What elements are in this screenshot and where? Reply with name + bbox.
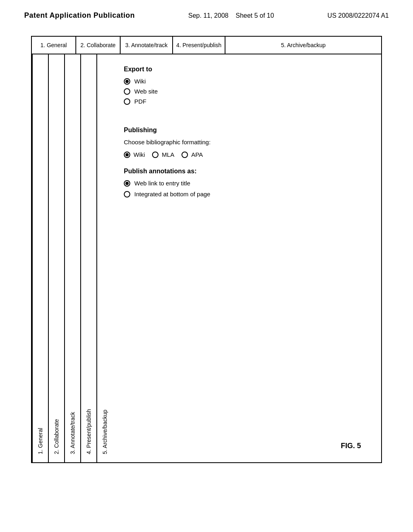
publish-integrated-item[interactable]: Integrated at bottom of page (124, 191, 370, 197)
format-wiki-radio[interactable] (124, 152, 130, 158)
publish-web-link-label: Web link to entry title (134, 180, 190, 187)
tab-archive[interactable]: 5. Archive/backup (225, 37, 381, 54)
export-pdf-radio[interactable] (124, 98, 130, 105)
export-title: Export to (124, 66, 370, 73)
tab-general[interactable]: 1. General (32, 37, 76, 54)
tab-collaborate[interactable]: 2. Collaborate (76, 37, 121, 54)
format-wiki-label: Wiki (133, 151, 145, 158)
figure-label: FIG. 5 (341, 442, 361, 450)
publish-annotation-options: Web link to entry title Integrated at bo… (124, 180, 370, 197)
publishing-subtitle: Choose bibliographic formatting: (124, 139, 370, 145)
format-apa-label: APA (191, 151, 203, 158)
format-apa-item[interactable]: APA (181, 151, 203, 158)
side-tab-annotate[interactable]: 3. Annotate/track (64, 54, 80, 462)
format-mla-label: MLA (162, 151, 174, 158)
publish-web-link-radio[interactable] (124, 180, 130, 187)
top-tabs-row: 1. General 2. Collaborate 3. Annotate/tr… (32, 37, 381, 54)
export-pdf-item[interactable]: PDF (124, 98, 370, 105)
main-content: 1. General 2. Collaborate 3. Annotate/tr… (0, 28, 413, 471)
tab-annotate[interactable]: 3. Annotate/track (121, 37, 173, 54)
side-tab-archive[interactable]: 5. Archive/backup (96, 54, 113, 462)
publish-integrated-radio[interactable] (124, 191, 130, 197)
publishing-title: Publishing (124, 127, 370, 134)
publishing-section: Publishing Choose bibliographic formatti… (124, 127, 370, 197)
publish-annotations-title: Publish annotations as: (124, 168, 370, 175)
export-options: Wiki Web site PDF (124, 78, 370, 105)
format-wiki-item[interactable]: Wiki (124, 151, 145, 158)
export-pdf-label: PDF (134, 98, 146, 105)
format-mla-item[interactable]: MLA (152, 151, 174, 158)
publish-integrated-label: Integrated at bottom of page (134, 191, 210, 197)
publication-date: Sep. 11, 2008 Sheet 5 of 10 (188, 12, 274, 19)
format-options: Wiki MLA APA (124, 151, 370, 158)
page-header: Patent Application Publication Sep. 11, … (0, 0, 413, 28)
format-mla-radio[interactable] (152, 152, 159, 158)
body-area: 1. General 2. Collaborate 3. Annotate/tr… (32, 54, 381, 462)
publication-number: US 2008/0222074 A1 (327, 12, 389, 19)
export-wiki-item[interactable]: Wiki (124, 78, 370, 85)
diagram: 1. General 2. Collaborate 3. Annotate/tr… (31, 36, 382, 463)
export-section: Export to Wiki Web site PDF (124, 66, 370, 114)
side-tab-collaborate[interactable]: 2. Collaborate (48, 54, 64, 462)
side-tab-general[interactable]: 1. General (32, 54, 48, 462)
publish-web-link-item[interactable]: Web link to entry title (124, 180, 370, 187)
export-website-item[interactable]: Web site (124, 88, 370, 95)
publish-annotations-section: Publish annotations as: Web link to entr… (124, 168, 370, 197)
export-wiki-radio[interactable] (124, 78, 130, 85)
export-website-radio[interactable] (124, 88, 130, 95)
publication-title: Patent Application Publication (24, 11, 135, 20)
side-tab-present[interactable]: 4. Present/publish (80, 54, 96, 462)
export-website-label: Web site (134, 88, 158, 95)
tab-present[interactable]: 4. Present/publish (173, 37, 225, 54)
export-wiki-label: Wiki (134, 78, 146, 85)
format-apa-radio[interactable] (181, 152, 188, 158)
content-body: Export to Wiki Web site PDF (113, 54, 381, 462)
